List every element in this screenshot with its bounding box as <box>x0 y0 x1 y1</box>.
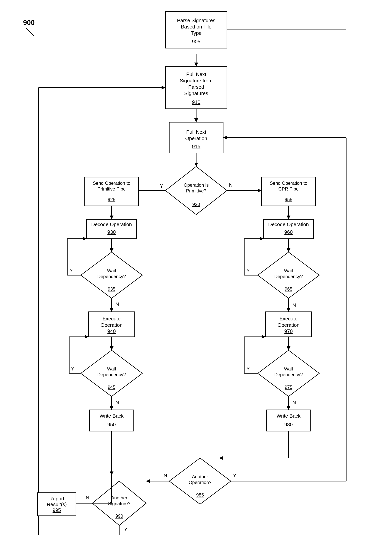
node-995-text-1: Report <box>49 496 64 502</box>
node-920-text-2: Primitive? <box>186 188 206 193</box>
node-910-text-1: Pull Next <box>186 71 206 77</box>
node-915-text-1: Pull Next <box>186 129 206 135</box>
node-955-ref: 955 <box>285 197 292 202</box>
node-985-text-2: Operation? <box>189 480 212 485</box>
label-945-y: Y <box>71 366 74 372</box>
label-965-n: N <box>292 302 296 308</box>
label-965-y: Y <box>246 268 250 273</box>
node-980-ref: 980 <box>284 422 293 427</box>
node-940-text-1: Execute <box>103 316 121 322</box>
node-920-text-1: Operation is <box>184 182 208 188</box>
node-915-ref: 915 <box>192 143 200 149</box>
node-925-ref: 925 <box>108 197 115 202</box>
node-905-text-2: Based on File <box>181 24 212 30</box>
node-990-ref: 990 <box>115 514 123 519</box>
node-945-text-2: Dependency? <box>97 372 126 377</box>
node-945-text-1: Wait <box>107 366 116 372</box>
label-945-n: N <box>115 400 119 405</box>
figure-label: 900 <box>23 19 35 27</box>
node-955-text-2: CPR Pipe <box>278 186 299 192</box>
node-930-ref: 930 <box>107 229 116 235</box>
node-985-ref: 985 <box>196 492 204 497</box>
node-985-text-1: Another <box>192 474 208 479</box>
label-935-y: Y <box>69 268 73 273</box>
label-975-n: N <box>292 400 296 405</box>
node-975-text-2: Dependency? <box>274 372 303 377</box>
node-975-text-1: Wait <box>284 366 293 372</box>
node-970-text-1: Execute <box>280 316 298 322</box>
flowchart-diagram: 900 Parse Signatures Based on File Type … <box>0 0 392 545</box>
node-930-text-1: Decode Operation <box>91 222 132 227</box>
label-935-n: N <box>115 301 119 307</box>
node-960-text-1: Decode Operation <box>268 222 309 227</box>
label-990-y: Y <box>124 526 127 532</box>
node-910-ref: 910 <box>192 99 200 105</box>
node-945-ref: 945 <box>108 384 115 390</box>
node-970-text-2: Operation <box>278 322 300 328</box>
node-940-ref: 940 <box>107 328 116 334</box>
label-985-y: Y <box>233 473 236 478</box>
node-955-text-1: Send Operation to <box>270 180 307 186</box>
node-910-text-3: Parsed <box>188 84 204 90</box>
node-925-text-1: Send Operation to <box>93 180 130 186</box>
node-970-ref: 970 <box>284 328 293 334</box>
node-960-ref: 960 <box>284 229 293 235</box>
node-965-ref: 965 <box>285 286 292 291</box>
node-935-text-1: Wait <box>107 268 116 273</box>
node-920-ref: 920 <box>192 202 200 207</box>
node-950-ref: 950 <box>107 422 116 427</box>
node-910-text-4: Signatures <box>184 90 208 96</box>
node-950-text-1: Write Back <box>99 413 124 419</box>
label-975-y: Y <box>246 366 250 372</box>
node-995-ref: 995 <box>53 507 61 513</box>
node-915-text-2: Operation <box>185 136 207 141</box>
label-990-n: N <box>86 495 89 501</box>
node-940-text-2: Operation <box>101 322 122 328</box>
node-965-text-2: Dependency? <box>274 274 303 279</box>
node-995-text-2: Result(s) <box>47 502 67 507</box>
node-935-ref: 935 <box>108 286 115 291</box>
node-975-ref: 975 <box>285 384 292 390</box>
node-935-text-2: Dependency? <box>97 274 126 279</box>
node-905-text-1: Parse Signatures <box>177 18 215 23</box>
label-920-y: Y <box>160 183 163 189</box>
node-990-text-1: Another <box>111 495 127 500</box>
node-925-text-2: Primitive Pipe <box>98 186 126 192</box>
label-985-n: N <box>164 473 167 478</box>
node-980-text-1: Write Back <box>276 413 301 419</box>
label-920-n: N <box>229 182 233 188</box>
node-910-text-2: Signature from <box>180 78 213 84</box>
node-965-text-1: Wait <box>284 268 293 273</box>
node-905-text-3: Type <box>191 30 202 36</box>
node-905-ref: 905 <box>192 39 200 44</box>
